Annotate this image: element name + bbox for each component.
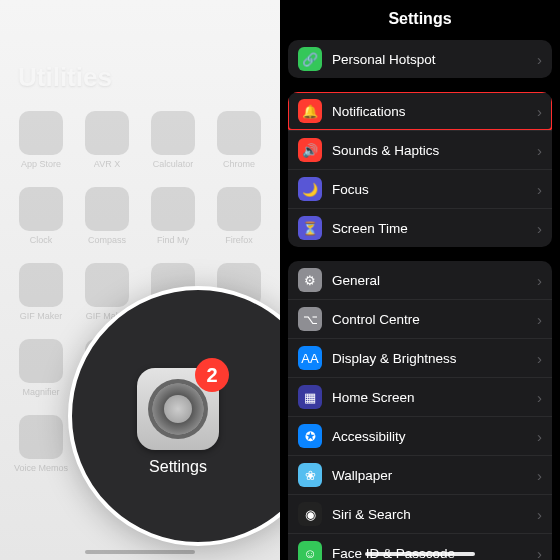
chevron-right-icon: › xyxy=(537,103,542,120)
app-label: Clock xyxy=(30,235,53,245)
row-label: Focus xyxy=(332,182,527,197)
row-label: Control Centre xyxy=(332,312,527,327)
row-label: Wallpaper xyxy=(332,468,527,483)
app-tile[interactable]: Magnifier xyxy=(14,339,68,397)
app-tile[interactable]: Clock xyxy=(14,187,68,245)
app-icon xyxy=(19,263,63,307)
chevron-right-icon: › xyxy=(537,142,542,159)
app-icon xyxy=(151,187,195,231)
chevron-right-icon: › xyxy=(537,428,542,445)
app-tile[interactable]: AVR X xyxy=(80,111,134,169)
app-label: Find My xyxy=(157,235,189,245)
chevron-right-icon: › xyxy=(537,506,542,523)
app-icon xyxy=(19,415,63,459)
app-tile[interactable]: App Store xyxy=(14,111,68,169)
row-icon: ▦ xyxy=(298,385,322,409)
chevron-right-icon: › xyxy=(537,220,542,237)
app-icon xyxy=(217,111,261,155)
app-icon xyxy=(217,187,261,231)
app-icon xyxy=(85,187,129,231)
home-indicator xyxy=(365,552,475,556)
row-label: Notifications xyxy=(332,104,527,119)
row-label: Home Screen xyxy=(332,390,527,405)
app-label: Compass xyxy=(88,235,126,245)
settings-app-icon[interactable]: 2 xyxy=(137,368,219,450)
row-icon: 🔊 xyxy=(298,138,322,162)
row-icon: 🔗 xyxy=(298,47,322,71)
app-icon xyxy=(85,111,129,155)
chevron-right-icon: › xyxy=(537,272,542,289)
row-label: Personal Hotspot xyxy=(332,52,527,67)
app-tile[interactable]: Compass xyxy=(80,187,134,245)
homescreen-pane: Utilities App StoreAVR XCalculatorChrome… xyxy=(0,0,280,560)
row-icon: ☺ xyxy=(298,541,322,560)
app-icon xyxy=(19,187,63,231)
app-label: Voice Memos xyxy=(14,463,68,473)
settings-row-screen-time[interactable]: ⏳Screen Time› xyxy=(288,208,552,247)
settings-row-personal-hotspot[interactable]: 🔗Personal Hotspot› xyxy=(288,40,552,78)
settings-row-siri-search[interactable]: ◉Siri & Search› xyxy=(288,494,552,533)
app-tile[interactable]: GIF Maker xyxy=(14,263,68,321)
row-icon: 🔔 xyxy=(298,99,322,123)
settings-group: 🔔Notifications›🔊Sounds & Haptics›🌙Focus›… xyxy=(288,92,552,247)
app-label: Magnifier xyxy=(23,387,60,397)
folder-title: Utilities xyxy=(18,62,266,93)
row-icon: 🌙 xyxy=(298,177,322,201)
chevron-right-icon: › xyxy=(537,181,542,198)
settings-row-home-screen[interactable]: ▦Home Screen› xyxy=(288,377,552,416)
settings-row-control-centre[interactable]: ⌥Control Centre› xyxy=(288,299,552,338)
row-label: Siri & Search xyxy=(332,507,527,522)
settings-group: ⚙︎General›⌥Control Centre›AADisplay & Br… xyxy=(288,261,552,560)
app-icon xyxy=(19,339,63,383)
row-icon: AA xyxy=(298,346,322,370)
app-icon xyxy=(151,111,195,155)
app-tile[interactable]: Calculator xyxy=(146,111,200,169)
page-title: Settings xyxy=(280,0,560,40)
settings-pane: Settings 🔗Personal Hotspot›🔔Notification… xyxy=(280,0,560,560)
gear-icon xyxy=(148,379,208,439)
settings-row-general[interactable]: ⚙︎General› xyxy=(288,261,552,299)
row-icon: ⏳ xyxy=(298,216,322,240)
settings-app-label: Settings xyxy=(149,458,207,476)
row-icon: ❀ xyxy=(298,463,322,487)
row-icon: ◉ xyxy=(298,502,322,526)
settings-row-accessibility[interactable]: ✪Accessibility› xyxy=(288,416,552,455)
chevron-right-icon: › xyxy=(537,467,542,484)
settings-group: 🔗Personal Hotspot› xyxy=(288,40,552,78)
app-label: App Store xyxy=(21,159,61,169)
home-indicator xyxy=(85,550,195,554)
app-tile[interactable]: Find My xyxy=(146,187,200,245)
settings-row-notifications[interactable]: 🔔Notifications› xyxy=(288,92,552,130)
row-label: General xyxy=(332,273,527,288)
app-icon xyxy=(19,111,63,155)
app-tile[interactable]: Voice Memos xyxy=(14,415,68,473)
row-icon: ⌥ xyxy=(298,307,322,331)
app-label: Calculator xyxy=(153,159,194,169)
settings-row-display-brightness[interactable]: AADisplay & Brightness› xyxy=(288,338,552,377)
chevron-right-icon: › xyxy=(537,389,542,406)
settings-row-wallpaper[interactable]: ❀Wallpaper› xyxy=(288,455,552,494)
chevron-right-icon: › xyxy=(537,311,542,328)
chevron-right-icon: › xyxy=(537,51,542,68)
notification-badge: 2 xyxy=(195,358,229,392)
app-label: Chrome xyxy=(223,159,255,169)
app-icon xyxy=(85,263,129,307)
row-label: Sounds & Haptics xyxy=(332,143,527,158)
app-tile[interactable]: Firefox xyxy=(212,187,266,245)
settings-list[interactable]: 🔗Personal Hotspot›🔔Notifications›🔊Sounds… xyxy=(280,40,560,560)
row-icon: ✪ xyxy=(298,424,322,448)
row-label: Accessibility xyxy=(332,429,527,444)
settings-row-focus[interactable]: 🌙Focus› xyxy=(288,169,552,208)
app-label: GIF Maker xyxy=(20,311,63,321)
chevron-right-icon: › xyxy=(537,350,542,367)
app-tile[interactable]: Chrome xyxy=(212,111,266,169)
row-icon: ⚙︎ xyxy=(298,268,322,292)
row-label: Display & Brightness xyxy=(332,351,527,366)
settings-row-sounds-haptics[interactable]: 🔊Sounds & Haptics› xyxy=(288,130,552,169)
app-label: AVR X xyxy=(94,159,120,169)
row-label: Screen Time xyxy=(332,221,527,236)
chevron-right-icon: › xyxy=(537,545,542,561)
app-label: Firefox xyxy=(225,235,253,245)
